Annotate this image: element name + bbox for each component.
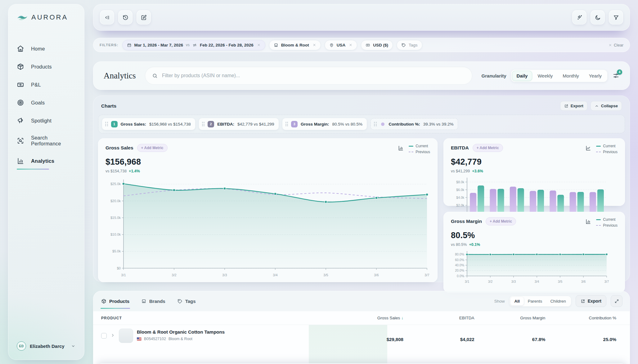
charts-title: Charts <box>101 103 116 109</box>
granularity-daily[interactable]: Daily <box>512 71 532 81</box>
metric-dot-icon <box>381 122 384 126</box>
edit-button[interactable] <box>137 10 151 24</box>
expand-table-button[interactable] <box>611 295 622 307</box>
sidebar-item-goals[interactable]: Goals <box>16 96 76 109</box>
drag-handle-icon[interactable] <box>374 122 377 126</box>
tab-products[interactable]: Products <box>101 297 130 306</box>
metric-delta: +3.6% <box>472 169 483 173</box>
remove-date-filter-icon[interactable] <box>257 43 261 47</box>
date-range-chip[interactable]: Mar 1, 2026 - Mar 7, 2026 vs Feb 22, 202… <box>122 40 265 50</box>
search-input[interactable] <box>162 73 465 78</box>
column-header-ebitda[interactable]: EBITDA <box>403 316 474 320</box>
brand-filter-chip[interactable]: Bloom & Root <box>269 40 321 50</box>
granularity-weekly[interactable]: Weekly <box>533 71 557 81</box>
geo-filter-chip[interactable]: USA <box>325 40 357 50</box>
metric-value: $42,779 <box>451 157 618 167</box>
export-icon <box>581 299 585 304</box>
chart-legend: Current Previous <box>596 144 618 154</box>
show-all-button[interactable]: All <box>510 297 524 305</box>
sidebar-item-pnl[interactable]: P&L <box>16 78 76 91</box>
chart-type-button[interactable] <box>585 145 591 151</box>
ai-assistant-button[interactable] <box>572 10 586 24</box>
panel-collapse-icon <box>104 14 110 21</box>
tab-tags[interactable]: Tags <box>177 297 196 306</box>
sidebar-item-home[interactable]: Home <box>16 42 76 55</box>
column-header-product[interactable]: PRODUCT <box>101 316 332 320</box>
chevron-up-icon <box>595 104 599 108</box>
chart-type-button[interactable] <box>398 145 404 151</box>
metric-chip-gross-sales[interactable]: 1 Gross Sales: $156,968 vs $154,738 <box>102 118 195 130</box>
chart-legend: Current Previous <box>409 144 430 154</box>
sidebar-nav: Home Products P&L Goals Spotlight Search… <box>16 42 76 168</box>
svg-text:3/5: 3/5 <box>558 280 563 283</box>
cell-gross-margin: 67.8% <box>474 337 546 342</box>
drag-handle-icon[interactable] <box>202 122 205 126</box>
sidebar-item-analytics[interactable]: Analytics <box>16 154 76 168</box>
product-search[interactable] <box>145 67 472 85</box>
products-table: PRODUCT Gross Sales ↓ EBITDA Gross Margi… <box>93 311 630 364</box>
charts-export-button[interactable]: Export <box>560 101 587 111</box>
gross-sales-chart[interactable]: $0$5.0k$10.0k$15.0k$20.0k$25.0k3/13/23/3… <box>106 176 430 282</box>
add-metric-button[interactable]: + Add Metric <box>473 144 503 152</box>
brand-filter-label: Bloom & Root <box>281 43 309 47</box>
drag-handle-icon[interactable] <box>105 122 108 126</box>
remove-geo-filter-icon[interactable] <box>349 43 353 47</box>
product-brand: Bloom & Root <box>168 337 192 341</box>
metric-vs: vs $41,299 <box>451 169 470 173</box>
metric-chip-gross-margin[interactable]: 3 Gross Margin: 80.5% vs 80.5% <box>282 118 367 130</box>
metric-value: $156,968 <box>106 157 430 167</box>
metric-settings-button[interactable]: 4 <box>613 72 619 79</box>
granularity-yearly[interactable]: Yearly <box>584 71 606 81</box>
svg-text:3/6: 3/6 <box>374 273 379 277</box>
column-header-contribution[interactable]: Contribution % <box>545 316 616 320</box>
tab-label: Brands <box>149 299 165 304</box>
drag-handle-icon[interactable] <box>285 122 288 126</box>
show-parents-button[interactable]: Parents <box>524 297 546 305</box>
product-name[interactable]: Bloom & Root Organic Cotton Tampons <box>137 329 225 335</box>
metric-delta: +0.1% <box>469 242 480 247</box>
svg-text:$2.0k: $2.0k <box>456 203 464 207</box>
metric-chip-ebitda[interactable]: 2 EBITDA: $42,779 vs $41,299 <box>199 118 279 130</box>
collapse-sidebar-button[interactable] <box>100 10 114 24</box>
sidebar-item-search-performance[interactable]: Search Performance <box>16 132 76 150</box>
svg-text:3/1: 3/1 <box>121 273 126 277</box>
table-export-button[interactable]: Export <box>576 295 606 307</box>
chart-type-button[interactable] <box>585 219 591 224</box>
sidebar-item-spotlight[interactable]: Spotlight <box>16 114 76 127</box>
tags-filter-chip[interactable]: Tags <box>397 40 422 50</box>
svg-text:0.0%: 0.0% <box>457 274 464 278</box>
sidebar-item-label: P&L <box>31 82 41 88</box>
show-children-button[interactable]: Children <box>546 297 570 305</box>
charts-collapse-button[interactable]: Collapse <box>591 101 622 111</box>
tab-brands[interactable]: Brands <box>141 297 166 306</box>
filters-bar: FILTERS: Mar 1, 2026 - Mar 7, 2026 vs Fe… <box>93 38 630 52</box>
export-icon <box>564 104 568 108</box>
legend-previous-label: Previous <box>416 150 430 154</box>
dark-mode-button[interactable] <box>591 10 605 24</box>
sidebar-item-label: Spotlight <box>31 118 52 124</box>
card-title: EBITDA <box>451 145 469 151</box>
column-header-gross-margin[interactable]: Gross Margin <box>474 316 546 320</box>
clear-filters-button[interactable]: Clear <box>609 43 623 47</box>
table-row[interactable]: Bloom & Root Organic Cotton Tampons B054… <box>93 325 630 355</box>
metric-chip-contribution[interactable]: Contribution %: 39.3% vs 39.2% <box>371 118 458 130</box>
granularity-monthly[interactable]: Monthly <box>558 71 584 81</box>
add-metric-button[interactable]: + Add Metric <box>486 217 516 225</box>
remove-brand-filter-icon[interactable] <box>312 43 316 47</box>
card-title: Gross Sales <box>106 145 133 151</box>
currency-filter-chip[interactable]: USD ($) <box>361 40 393 50</box>
sidebar-item-products[interactable]: Products <box>16 60 76 73</box>
geo-filter-label: USA <box>337 43 346 47</box>
filter-button[interactable] <box>609 10 623 24</box>
store-icon <box>274 43 278 47</box>
column-header-gross-sales[interactable]: Gross Sales ↓ <box>332 316 403 320</box>
row-expand-chevron-icon[interactable] <box>110 333 115 338</box>
small-charts-column: EBITDA + Add Metric Current Previous <box>443 138 625 282</box>
card-title: Gross Margin <box>451 219 482 224</box>
user-menu[interactable]: ED Elizabeth Darcy <box>16 340 76 353</box>
row-checkbox[interactable] <box>101 333 107 339</box>
add-metric-button[interactable]: + Add Metric <box>137 144 168 152</box>
gross-margin-chart[interactable]: 0.0%20.0%40.0%60.0%80.0%3/13/23/33/43/53… <box>451 249 618 287</box>
home-icon <box>17 45 24 52</box>
history-button[interactable] <box>118 10 133 24</box>
